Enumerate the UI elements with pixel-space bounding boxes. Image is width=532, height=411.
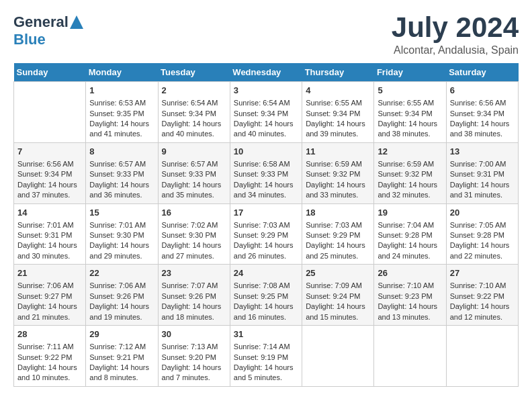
calendar-cell: 10Sunrise: 6:58 AMSunset: 9:33 PMDayligh…: [230, 142, 302, 203]
day-info: Daylight: 14 hours: [162, 240, 226, 250]
day-info: Sunset: 9:25 PM: [234, 291, 298, 302]
day-info: Sunset: 9:33 PM: [162, 169, 226, 179]
calendar-cell: 3Sunrise: 6:54 AMSunset: 9:34 PMDaylight…: [230, 82, 302, 143]
day-info: Sunset: 9:32 PM: [378, 169, 442, 179]
day-info: Sunset: 9:29 PM: [306, 230, 370, 240]
day-info: Sunrise: 7:13 AM: [162, 342, 226, 352]
day-number: 26: [378, 267, 442, 279]
calendar-cell: [446, 326, 518, 387]
day-info: and 31 minutes.: [450, 190, 515, 200]
month-title: July 2024: [392, 13, 519, 42]
day-number: 10: [234, 146, 298, 158]
day-info: Sunset: 9:34 PM: [378, 109, 442, 119]
day-info: Sunrise: 6:53 AM: [89, 98, 154, 108]
calendar-cell: 6Sunrise: 6:56 AMSunset: 9:34 PMDaylight…: [446, 82, 518, 143]
day-info: Sunrise: 7:09 AM: [306, 281, 370, 291]
day-info: Sunset: 9:24 PM: [306, 291, 370, 302]
day-info: Sunrise: 6:56 AM: [17, 159, 82, 169]
day-info: Sunrise: 7:07 AM: [162, 281, 226, 291]
day-info: Sunset: 9:26 PM: [162, 291, 226, 302]
day-number: 25: [306, 267, 370, 279]
day-info: and 29 minutes.: [89, 251, 154, 261]
day-header-friday: Friday: [374, 63, 446, 82]
day-info: and 18 minutes.: [162, 312, 226, 322]
day-info: Sunset: 9:19 PM: [234, 353, 298, 363]
day-number: 20: [450, 207, 515, 219]
day-number: 19: [378, 207, 442, 219]
day-info: Daylight: 14 hours: [306, 119, 370, 129]
day-info: and 33 minutes.: [306, 190, 370, 200]
logo-general: General: [13, 13, 69, 31]
day-info: Sunset: 9:20 PM: [162, 353, 226, 363]
day-info: Sunset: 9:30 PM: [162, 230, 226, 240]
location: Alcontar, Andalusia, Spain: [392, 44, 519, 56]
title-area: July 2024 Alcontar, Andalusia, Spain: [392, 13, 519, 56]
day-header-wednesday: Wednesday: [230, 63, 302, 82]
day-number: 13: [450, 146, 515, 158]
day-info: and 10 minutes.: [17, 373, 82, 383]
day-info: Sunrise: 6:57 AM: [89, 159, 154, 169]
day-info: and 30 minutes.: [17, 251, 82, 261]
calendar-cell: 21Sunrise: 7:06 AMSunset: 9:27 PMDayligh…: [14, 265, 86, 326]
day-info: Sunset: 9:28 PM: [450, 230, 515, 240]
calendar-cell: [14, 82, 86, 143]
day-info: Sunrise: 7:03 AM: [306, 220, 370, 230]
day-info: Daylight: 14 hours: [450, 240, 515, 250]
calendar-week-4: 21Sunrise: 7:06 AMSunset: 9:27 PMDayligh…: [14, 265, 519, 326]
header: General Blue July 2024 Alcontar, Andalus…: [13, 13, 519, 56]
day-number: 24: [234, 267, 298, 279]
day-info: Sunrise: 6:57 AM: [162, 159, 226, 169]
day-number: 17: [234, 207, 298, 219]
day-info: Sunrise: 7:01 AM: [89, 220, 154, 230]
day-number: 1: [89, 85, 154, 97]
day-header-thursday: Thursday: [302, 63, 374, 82]
day-info: Daylight: 14 hours: [234, 302, 298, 312]
day-number: 12: [378, 146, 442, 158]
calendar-cell: 1Sunrise: 6:53 AMSunset: 9:35 PMDaylight…: [86, 82, 158, 143]
day-info: Sunset: 9:23 PM: [378, 291, 442, 302]
day-number: 3: [234, 85, 298, 97]
day-info: Sunrise: 7:06 AM: [89, 281, 154, 291]
day-info: Daylight: 14 hours: [234, 119, 298, 129]
day-info: Daylight: 14 hours: [306, 180, 370, 190]
day-info: and 24 minutes.: [378, 251, 442, 261]
day-info: and 12 minutes.: [450, 312, 515, 322]
day-info: Sunset: 9:33 PM: [234, 169, 298, 179]
day-info: Daylight: 14 hours: [162, 180, 226, 190]
day-info: Sunset: 9:34 PM: [234, 109, 298, 119]
day-number: 14: [17, 207, 82, 219]
day-number: 9: [162, 146, 226, 158]
day-info: and 19 minutes.: [89, 312, 154, 322]
calendar-cell: 23Sunrise: 7:07 AMSunset: 9:26 PMDayligh…: [158, 265, 230, 326]
calendar-cell: 29Sunrise: 7:12 AMSunset: 9:21 PMDayligh…: [86, 326, 158, 387]
day-info: Sunset: 9:30 PM: [89, 230, 154, 240]
day-info: and 21 minutes.: [17, 312, 82, 322]
day-info: Sunrise: 7:11 AM: [17, 342, 82, 352]
day-info: Sunset: 9:29 PM: [234, 230, 298, 240]
day-info: Sunset: 9:22 PM: [450, 291, 515, 302]
calendar-cell: 2Sunrise: 6:54 AMSunset: 9:34 PMDaylight…: [158, 82, 230, 143]
day-info: Sunset: 9:34 PM: [450, 109, 515, 119]
day-info: Sunrise: 7:00 AM: [450, 159, 515, 169]
day-info: and 38 minutes.: [450, 129, 515, 139]
day-info: Daylight: 14 hours: [17, 240, 82, 250]
day-info: Sunset: 9:22 PM: [17, 353, 82, 363]
calendar-week-1: 1Sunrise: 6:53 AMSunset: 9:35 PMDaylight…: [14, 82, 519, 143]
day-info: and 36 minutes.: [89, 190, 154, 200]
calendar-cell: 31Sunrise: 7:14 AMSunset: 9:19 PMDayligh…: [230, 326, 302, 387]
day-info: Daylight: 14 hours: [89, 302, 154, 312]
day-info: Sunset: 9:33 PM: [89, 169, 154, 179]
day-info: Daylight: 14 hours: [17, 363, 82, 373]
day-number: 4: [306, 85, 370, 97]
day-info: Sunrise: 7:08 AM: [234, 281, 298, 291]
calendar-cell: 16Sunrise: 7:02 AMSunset: 9:30 PMDayligh…: [158, 203, 230, 265]
calendar-cell: 5Sunrise: 6:55 AMSunset: 9:34 PMDaylight…: [374, 82, 446, 143]
day-info: Sunset: 9:34 PM: [162, 109, 226, 119]
calendar-cell: 20Sunrise: 7:05 AMSunset: 9:28 PMDayligh…: [446, 203, 518, 265]
day-number: 22: [89, 267, 154, 279]
logo: General Blue: [13, 13, 85, 48]
day-info: Daylight: 14 hours: [378, 302, 442, 312]
calendar-cell: 4Sunrise: 6:55 AMSunset: 9:34 PMDaylight…: [302, 82, 374, 143]
day-info: Sunrise: 6:55 AM: [378, 98, 442, 108]
day-number: 15: [89, 207, 154, 219]
